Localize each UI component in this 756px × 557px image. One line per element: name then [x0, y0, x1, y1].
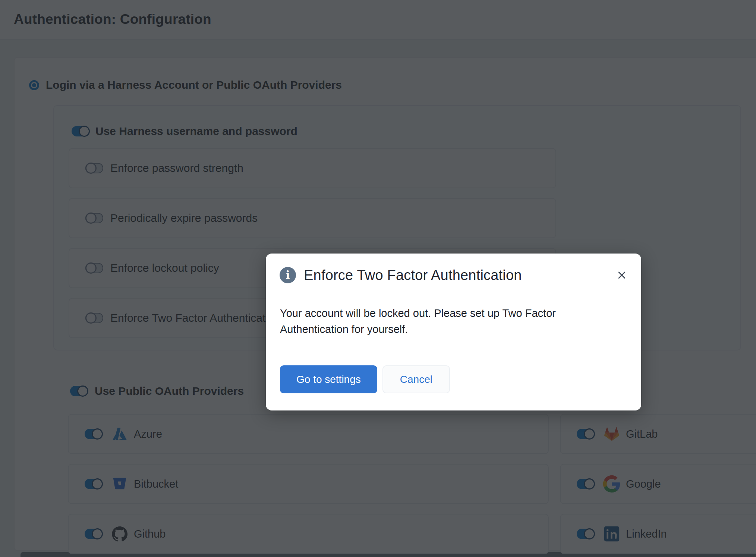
- dialog-message: Your account will be locked out. Please …: [280, 305, 589, 337]
- close-icon[interactable]: [614, 267, 630, 283]
- authentication-configuration-page: Authentication: Configuration Login via …: [0, 0, 756, 557]
- dialog-actions: Go to settings Cancel: [280, 365, 450, 393]
- go-to-settings-button[interactable]: Go to settings: [280, 365, 377, 393]
- dialog-title: Enforce Two Factor Authentication: [304, 267, 522, 283]
- info-icon: i: [280, 267, 296, 283]
- cancel-button[interactable]: Cancel: [382, 365, 450, 393]
- two-factor-dialog: i Enforce Two Factor Authentication Your…: [266, 254, 641, 410]
- dialog-header: i Enforce Two Factor Authentication: [266, 254, 641, 283]
